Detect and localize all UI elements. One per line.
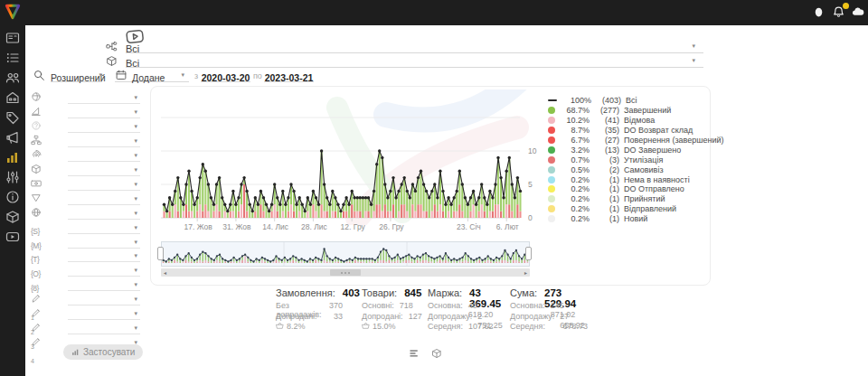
filter-select[interactable]: ▾ <box>68 249 140 262</box>
legend-count: (1) <box>590 204 619 213</box>
filter-select[interactable]: ▾ <box>68 264 140 277</box>
stat-sub-label: Допродані: <box>362 312 403 323</box>
sidebar-item-video[interactable] <box>5 230 20 244</box>
legend-dot-marker <box>548 156 555 164</box>
filter-select[interactable]: ▾ <box>68 178 140 191</box>
filter-select[interactable]: ▾ <box>68 149 140 162</box>
search-icon[interactable] <box>33 70 45 81</box>
stat-sub-label: Основна: <box>428 301 463 312</box>
sidebar-item-orders[interactable] <box>5 51 20 65</box>
scroll-left-icon[interactable]: ◂ <box>161 268 169 277</box>
stat-title: Товари: <box>362 287 397 298</box>
filter-select[interactable]: ▾ <box>68 322 140 334</box>
legend-item[interactable]: 68.7%(277)Завершений <box>548 106 709 116</box>
product-filter[interactable]: Всі ▾ <box>126 54 703 68</box>
stat-sub-value: 15.0% <box>373 322 396 333</box>
chevron-down-icon: ▾ <box>134 195 137 202</box>
profile-icon[interactable] <box>812 5 826 20</box>
search-mode-select[interactable]: Розширений ▾ <box>51 69 102 82</box>
filter-row-helpcircle[interactable]: ▾ <box>30 120 140 134</box>
chevron-down-icon: ▾ <box>134 94 137 101</box>
filter-row-cube3d[interactable]: ▾ <box>30 164 140 177</box>
main-chart[interactable] <box>161 93 524 221</box>
legend-item[interactable]: 3.2%(13)DO Завершено <box>548 145 709 155</box>
date-to-input[interactable]: 2023-03-21 <box>264 69 314 82</box>
filter-row-sitemap[interactable]: ▾ <box>30 135 140 148</box>
avatar[interactable] <box>851 5 865 20</box>
stat-sub-value: 2 751.25 <box>477 312 503 323</box>
navigator-scrollbar[interactable]: ◂ ▸ <box>161 268 530 277</box>
filter-select[interactable]: ▾ <box>68 278 140 291</box>
legend-item[interactable]: 0.7%(3)Утилізація <box>548 155 709 164</box>
filter-select[interactable]: ▾ <box>68 120 140 133</box>
legend-item[interactable]: 100%(403)Всі <box>548 96 709 106</box>
filter-select[interactable]: ▾ <box>68 236 140 249</box>
app-logo-icon[interactable] <box>4 3 22 21</box>
apply-button-label: Застосувати <box>83 347 135 357</box>
sidebar-item-marketing[interactable] <box>5 130 20 145</box>
legend-item[interactable]: 0.2%(1)Відправлений <box>548 204 709 214</box>
report-list-view-icon[interactable] <box>409 348 420 359</box>
notifications-icon[interactable] <box>832 5 846 20</box>
sidebar-item-info[interactable] <box>5 190 20 204</box>
filter-row-ruler[interactable]: ▾ <box>30 106 140 119</box>
filter-select[interactable]: ▾ <box>68 221 140 234</box>
legend-dot-marker <box>548 195 555 202</box>
navigator-right-handle[interactable] <box>525 247 532 260</box>
filter-row-brace-8[interactable]: {8}▾ <box>30 278 140 292</box>
scrollbar-grip[interactable] <box>330 269 361 276</box>
legend-item[interactable]: 0.2%(1)DO Отправлено <box>548 184 709 194</box>
filter-row-funnel[interactable]: ▾ <box>30 193 140 206</box>
legend-item[interactable]: 0.2%(1)Прийнятий <box>548 194 709 204</box>
filter-row-pencil-2[interactable]: 2▾ <box>30 307 140 321</box>
legend-item[interactable]: 0.2%(1)Нема в наявності <box>548 174 709 184</box>
legend-item[interactable]: 6.7%(27)Повернення (завершений) <box>548 136 709 146</box>
stat-sub-label: Середня: <box>428 322 463 333</box>
legend-label: DO Отправлено <box>624 184 684 193</box>
filter-select[interactable]: ▾ <box>68 106 140 118</box>
filter-select[interactable]: ▾ <box>68 135 140 147</box>
stat-sub-value: 40 618.20 <box>468 301 494 312</box>
filter-select[interactable]: ▾ <box>68 307 140 320</box>
stat-value: 845 <box>404 287 421 298</box>
sidebar-item-analytics[interactable] <box>5 150 20 164</box>
legend-item[interactable]: 10.2%(41)Відмова <box>548 116 709 126</box>
sidebar-item-store[interactable] <box>5 90 20 105</box>
date-from-input[interactable]: 2020-03-20 <box>201 69 250 82</box>
filter-select[interactable]: ▾ <box>68 193 140 205</box>
filter-row-pencil-1[interactable]: 1▾ <box>30 293 140 306</box>
sidebar-item-price-tag[interactable] <box>5 110 20 125</box>
stat-sub-label: Допродажу: <box>510 312 554 323</box>
filter-select[interactable]: ▾ <box>68 164 140 176</box>
legend-item[interactable]: 0.5%(2)Самовивіз <box>548 164 709 174</box>
date-field-select[interactable]: Додане ▾ <box>115 69 189 82</box>
navigator-left-handle[interactable] <box>157 247 164 260</box>
filter-select[interactable]: ▾ <box>68 207 140 220</box>
filter-select[interactable]: ▾ <box>68 91 140 104</box>
sidebar-item-products[interactable] <box>5 210 20 224</box>
x-axis-tick: 12. Гру <box>335 222 370 231</box>
filter-row-globe[interactable]: ▾ <box>30 207 140 221</box>
sidebar-item-customers[interactable] <box>5 70 20 85</box>
filter-row-pencil-3[interactable]: 3▾ <box>30 322 140 335</box>
filter-row-globeseg[interactable]: ▾ <box>30 91 140 105</box>
filter-row-banknote[interactable]: ▾ <box>30 178 140 192</box>
chevron-down-icon: ▾ <box>134 123 137 130</box>
sidebar-item-integrations[interactable] <box>5 170 20 184</box>
apply-button[interactable]: Застосувати <box>63 344 143 360</box>
filter-row-fingerprint[interactable]: ▾ <box>30 149 140 163</box>
scroll-right-icon[interactable]: ▸ <box>522 268 530 277</box>
report-products-view-icon[interactable] <box>431 348 442 359</box>
filter-row-brace-O[interactable]: {O}▾ <box>30 264 140 277</box>
legend-item[interactable]: 0.2%(1)Новий <box>548 214 709 224</box>
stat-subrow: 8.2% <box>276 322 343 333</box>
filter-select[interactable]: ▾ <box>68 293 140 306</box>
filter-row-brace-M[interactable]: {M}▾ <box>30 236 140 249</box>
filter-row-brace-S[interactable]: {S}▾ <box>30 221 140 235</box>
sidebar-item-dashboard[interactable] <box>5 31 20 45</box>
filter-row-brace-T[interactable]: {T}▾ <box>30 249 140 263</box>
category-filter[interactable]: Всі ▾ <box>126 40 703 53</box>
legend-item[interactable]: 8.7%(35)DO Возврат склад <box>548 126 709 136</box>
chevron-down-icon: ▾ <box>134 324 137 332</box>
range-navigator-selection[interactable] <box>161 241 530 267</box>
